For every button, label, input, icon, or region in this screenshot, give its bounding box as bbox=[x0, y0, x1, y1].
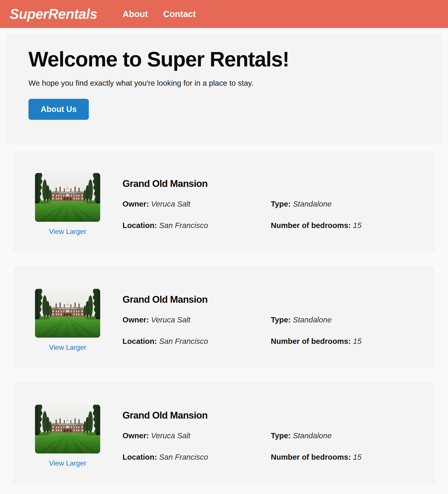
owner-label: Owner: bbox=[123, 199, 149, 208]
owner-value: Veruca Salt bbox=[151, 199, 191, 208]
brand-logo[interactable]: SuperRentals bbox=[10, 6, 97, 22]
rental-image-column: View Larger bbox=[35, 405, 100, 483]
type-value: Standalone bbox=[293, 431, 332, 440]
location-value: San Francisco bbox=[159, 221, 208, 230]
type-detail: Type:Standalone bbox=[271, 199, 413, 208]
bedrooms-label: Number of bedrooms: bbox=[271, 337, 351, 345]
nav-link-about[interactable]: About bbox=[123, 9, 148, 19]
page-title: Welcome to Super Rentals! bbox=[28, 47, 420, 71]
owner-detail: Owner:Veruca Salt bbox=[123, 199, 271, 208]
owner-value: Veruca Salt bbox=[151, 431, 191, 440]
bedrooms-value: 15 bbox=[353, 337, 362, 345]
bedrooms-label: Number of bedrooms: bbox=[271, 453, 351, 461]
owner-value: Veruca Salt bbox=[151, 315, 191, 324]
bedrooms-value: 15 bbox=[353, 453, 362, 461]
bedrooms-detail: Number of bedrooms:15 bbox=[271, 221, 413, 230]
rental-title: Grand Old Mansion bbox=[123, 178, 413, 189]
bedrooms-detail: Number of bedrooms:15 bbox=[271, 453, 413, 461]
rental-listing-card: View Larger Grand Old Mansion Owner:Veru… bbox=[13, 151, 435, 252]
type-label: Type: bbox=[271, 199, 291, 208]
rental-listings: View Larger Grand Old Mansion Owner:Veru… bbox=[0, 151, 448, 483]
nav-link-contact[interactable]: Contact bbox=[163, 9, 196, 19]
type-value: Standalone bbox=[293, 199, 332, 208]
location-label: Location: bbox=[123, 337, 157, 345]
location-label: Location: bbox=[123, 453, 157, 461]
location-detail: Location:San Francisco bbox=[123, 337, 271, 346]
mansion-photo-image[interactable] bbox=[35, 173, 100, 222]
bedrooms-label: Number of bedrooms: bbox=[271, 221, 351, 230]
top-navbar: SuperRentals About Contact bbox=[0, 0, 448, 28]
rental-title: Grand Old Mansion bbox=[123, 410, 413, 421]
rental-detail-grid: Owner:Veruca Salt Type:Standalone Locati… bbox=[123, 315, 413, 346]
owner-detail: Owner:Veruca Salt bbox=[123, 315, 271, 324]
bedrooms-value: 15 bbox=[353, 221, 362, 230]
mansion-photo-image[interactable] bbox=[35, 289, 100, 338]
location-value: San Francisco bbox=[159, 337, 208, 345]
rental-details: Grand Old Mansion Owner:Veruca Salt Type… bbox=[123, 173, 413, 252]
welcome-subtitle: We hope you find exactly what you're loo… bbox=[28, 79, 420, 87]
type-value: Standalone bbox=[293, 315, 332, 324]
rental-image-column: View Larger bbox=[35, 173, 100, 252]
rental-listing-card: View Larger Grand Old Mansion Owner:Veru… bbox=[13, 383, 435, 483]
location-detail: Location:San Francisco bbox=[123, 453, 271, 461]
welcome-jumbotron: Welcome to Super Rentals! We hope you fi… bbox=[7, 34, 441, 144]
type-label: Type: bbox=[271, 431, 291, 440]
owner-detail: Owner:Veruca Salt bbox=[123, 431, 271, 440]
about-us-button[interactable]: About Us bbox=[28, 99, 89, 120]
rental-image-column: View Larger bbox=[35, 289, 100, 368]
bedrooms-detail: Number of bedrooms:15 bbox=[271, 337, 413, 346]
owner-label: Owner: bbox=[123, 431, 149, 440]
owner-label: Owner: bbox=[123, 315, 149, 324]
type-detail: Type:Standalone bbox=[271, 431, 413, 440]
rental-title: Grand Old Mansion bbox=[123, 294, 413, 305]
view-larger-link[interactable]: View Larger bbox=[49, 343, 86, 351]
rental-details: Grand Old Mansion Owner:Veruca Salt Type… bbox=[123, 289, 413, 368]
rental-detail-grid: Owner:Veruca Salt Type:Standalone Locati… bbox=[123, 199, 413, 230]
rental-details: Grand Old Mansion Owner:Veruca Salt Type… bbox=[123, 405, 413, 483]
rental-detail-grid: Owner:Veruca Salt Type:Standalone Locati… bbox=[123, 431, 413, 461]
type-label: Type: bbox=[271, 315, 291, 324]
location-detail: Location:San Francisco bbox=[123, 221, 271, 230]
type-detail: Type:Standalone bbox=[271, 315, 413, 324]
location-value: San Francisco bbox=[159, 453, 208, 461]
rental-listing-card: View Larger Grand Old Mansion Owner:Veru… bbox=[13, 267, 435, 368]
view-larger-link[interactable]: View Larger bbox=[49, 459, 86, 467]
view-larger-link[interactable]: View Larger bbox=[49, 228, 86, 236]
mansion-photo-image[interactable] bbox=[35, 405, 100, 454]
location-label: Location: bbox=[123, 221, 157, 230]
